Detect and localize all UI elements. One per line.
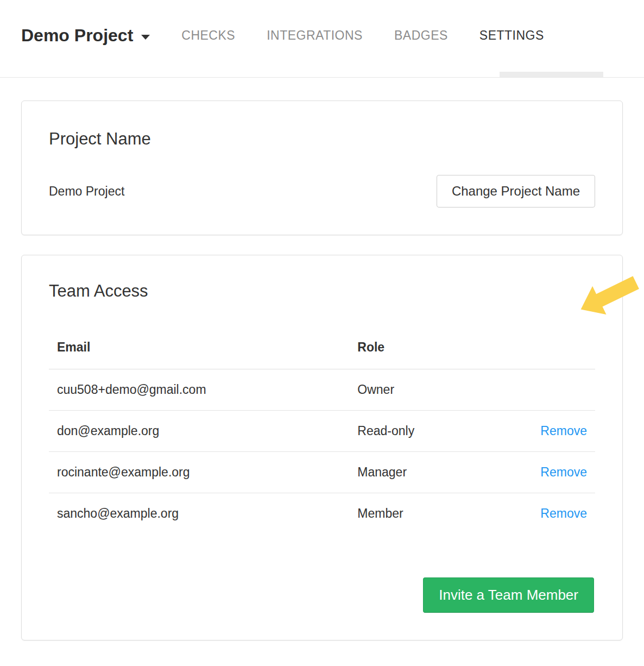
project-title-label: Demo Project: [21, 26, 133, 46]
tab-badges[interactable]: BADGES: [394, 28, 448, 43]
tab-settings[interactable]: SETTINGS: [479, 28, 544, 43]
table-row: rocinante@example.org Manager Remove: [49, 452, 595, 493]
member-email: sancho@example.org: [49, 493, 349, 535]
tab-integrations[interactable]: INTEGRATIONS: [267, 28, 363, 43]
table-header-row: Email Role: [49, 328, 595, 369]
table-row: sancho@example.org Member Remove: [49, 493, 595, 535]
project-switcher[interactable]: Demo Project: [21, 26, 150, 46]
top-navigation-inner: Demo Project CHECKS INTEGRATIONS BADGES …: [0, 0, 644, 71]
remove-member-link[interactable]: Remove: [540, 506, 587, 520]
member-email: rocinante@example.org: [49, 452, 349, 493]
current-project-name: Demo Project: [49, 184, 124, 199]
column-header-email: Email: [49, 328, 349, 369]
member-role: Read-only: [349, 411, 502, 452]
team-access-heading: Team Access: [49, 281, 595, 301]
column-header-role: Role: [349, 328, 502, 369]
team-access-card: Team Access Email Role cuu508+demo@gmail…: [21, 255, 623, 640]
change-project-name-button[interactable]: Change Project Name: [437, 175, 595, 208]
project-name-card: Project Name Demo Project Change Project…: [21, 100, 623, 235]
column-header-action: [502, 328, 595, 369]
chevron-down-icon: [141, 35, 150, 40]
tab-checks[interactable]: CHECKS: [181, 28, 235, 43]
project-name-row: Demo Project Change Project Name: [49, 175, 595, 208]
remove-member-link[interactable]: Remove: [540, 424, 587, 438]
member-role: Manager: [349, 452, 502, 493]
top-navigation-bar: Demo Project CHECKS INTEGRATIONS BADGES …: [0, 0, 644, 78]
team-members-table: Email Role cuu508+demo@gmail.com Owner d…: [49, 328, 595, 534]
invite-button-row: Invite a Team Member: [49, 577, 595, 613]
settings-page-content: Project Name Demo Project Change Project…: [0, 100, 644, 640]
member-email: don@example.org: [49, 411, 349, 452]
table-row: cuu508+demo@gmail.com Owner: [49, 369, 595, 411]
project-name-heading: Project Name: [49, 129, 595, 149]
member-email: cuu508+demo@gmail.com: [49, 369, 349, 411]
member-role: Owner: [349, 369, 502, 411]
active-tab-indicator: [500, 72, 603, 77]
table-row: don@example.org Read-only Remove: [49, 411, 595, 452]
member-role: Member: [349, 493, 502, 535]
remove-member-link[interactable]: Remove: [540, 465, 587, 479]
invite-team-member-button[interactable]: Invite a Team Member: [423, 577, 594, 613]
